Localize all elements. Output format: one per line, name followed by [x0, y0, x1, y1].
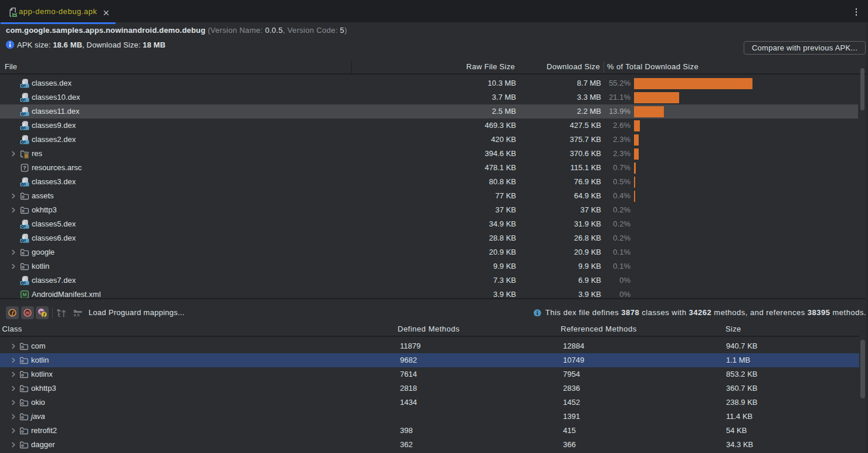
svg-text:m: m: [25, 310, 29, 316]
svg-text:a.b: a.b: [73, 312, 80, 317]
